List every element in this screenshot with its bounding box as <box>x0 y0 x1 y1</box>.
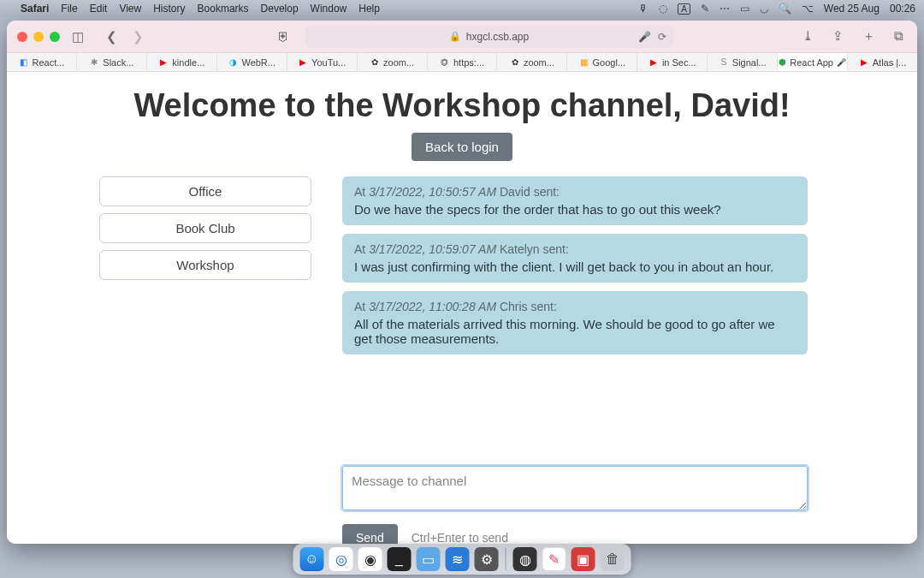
new-tab-icon[interactable]: ＋ <box>859 28 879 45</box>
privacy-shield-icon[interactable]: ⛨ <box>274 29 293 44</box>
menubar-app-name[interactable]: Safari <box>21 3 49 15</box>
tab-zoom-2[interactable]: ✿zoom... <box>497 53 567 71</box>
menu-view[interactable]: View <box>119 3 141 15</box>
meta-sender: Chris sent: <box>496 300 557 313</box>
dock-terminal-icon[interactable]: _ <box>388 547 412 571</box>
channel-office-button[interactable]: Office <box>99 176 311 206</box>
dock-finder-icon[interactable]: ☺ <box>300 547 324 571</box>
compose-area: Send Ctrl+Enter to send <box>342 466 808 544</box>
dock-obs-icon[interactable]: ◍ <box>513 547 537 571</box>
send-hint: Ctrl+Enter to send <box>412 531 508 544</box>
favicon-icon: ▶ <box>158 57 169 68</box>
tab-signal[interactable]: SSignal... <box>708 53 778 71</box>
macos-dock: ☺ ◎ ◉ _ ▭ ≋ ⚙ ◍ ✎ ▣ 🗑 <box>293 544 631 575</box>
back-to-login-button[interactable]: Back to login <box>412 133 512 161</box>
favicon-icon: ▶ <box>859 57 869 68</box>
channel-list: Office Book Club Workshop <box>99 176 311 544</box>
tab-label: Slack... <box>103 57 133 68</box>
tab-slack[interactable]: ✱Slack... <box>77 53 147 71</box>
back-icon[interactable]: ❮ <box>103 29 121 45</box>
page-title: Welcome to the Workshop channel, David! <box>7 87 917 124</box>
dock-vscode-icon[interactable]: ≋ <box>446 547 470 571</box>
menu-develop[interactable]: Develop <box>261 3 299 15</box>
tabs-overview-icon[interactable]: ⧉ <box>891 28 907 45</box>
close-window-button[interactable] <box>17 32 27 42</box>
tab-insec[interactable]: ▶in Sec... <box>637 53 708 71</box>
meta-at: At <box>354 242 369 256</box>
search-icon[interactable]: 🔍 <box>779 3 791 15</box>
channel-bookclub-button[interactable]: Book Club <box>99 213 311 243</box>
reload-icon[interactable]: ⟳ <box>658 31 666 43</box>
menubar-time[interactable]: 00:26 <box>890 3 915 15</box>
input-source-indicator[interactable]: A <box>678 3 690 15</box>
dock-chrome-icon[interactable]: ◉ <box>358 547 382 571</box>
tab-reactapp-active[interactable]: ⬢React App🎤 <box>778 53 848 71</box>
menu-bookmarks[interactable]: Bookmarks <box>198 3 249 15</box>
dock-app-icon[interactable]: ▣ <box>572 547 595 571</box>
tools-icon[interactable]: ✎ <box>701 3 709 15</box>
tab-webr[interactable]: ◑WebR... <box>217 53 287 71</box>
menu-history[interactable]: History <box>153 3 185 15</box>
tab-label: YouTu... <box>311 57 346 68</box>
meta-at: At <box>354 185 369 199</box>
window-controls <box>17 32 60 42</box>
forward-icon[interactable]: ❯ <box>129 29 147 45</box>
minimize-window-button[interactable] <box>33 32 44 42</box>
downloads-icon[interactable]: ⤓ <box>799 28 817 45</box>
dock-separator <box>506 548 506 570</box>
meta-timestamp: 3/17/2022, 10:59:07 AM <box>369 242 496 256</box>
channel-workshop-button[interactable]: Workshop <box>99 250 311 280</box>
tab-atlas[interactable]: ▶Atlas |... <box>848 53 917 71</box>
dock-safari-icon[interactable]: ◎ <box>329 547 353 571</box>
dock-settings-icon[interactable]: ⚙ <box>475 547 499 571</box>
message-meta: At 3/17/2022, 11:00:28 AM Chris sent: <box>354 300 796 313</box>
tab-strip: ◧React... ✱Slack... ▶kindle... ◑WebR... … <box>7 53 917 72</box>
sidebar-toggle-icon[interactable]: ◫ <box>68 29 87 45</box>
tab-label: Atlas |... <box>873 57 907 68</box>
menu-edit[interactable]: Edit <box>90 3 108 15</box>
favicon-icon: ✿ <box>370 57 380 68</box>
tab-youtube[interactable]: ▶YouTu... <box>287 53 358 71</box>
page-content: Welcome to the Workshop channel, David! … <box>7 72 917 544</box>
siri-mic-icon[interactable]: 🎤 <box>638 31 651 43</box>
message-meta: At 3/17/2022, 10:59:07 AM Katelyn sent: <box>354 242 796 256</box>
message-item: At 3/17/2022, 10:59:07 AM Katelyn sent: … <box>342 234 808 283</box>
share-icon[interactable]: ⇪ <box>829 28 847 45</box>
control-center-icon[interactable]: ⌥ <box>802 3 814 15</box>
tab-kindle[interactable]: ▶kindle... <box>147 53 217 71</box>
menu-help[interactable]: Help <box>358 3 380 15</box>
message-meta: At 3/17/2022, 10:50:57 AM David sent: <box>354 185 796 199</box>
fullscreen-window-button[interactable] <box>50 32 60 42</box>
menu-file[interactable]: File <box>61 3 77 15</box>
message-body: All of the materials arrived this mornin… <box>354 317 796 346</box>
spotlight-alt-icon[interactable]: ⋯ <box>720 3 730 15</box>
dock-trash-icon[interactable]: 🗑 <box>601 547 625 571</box>
macos-menubar: Safari File Edit View History Bookmarks … <box>0 0 924 17</box>
mic-icon[interactable]: 🎙 <box>638 3 649 15</box>
tab-https[interactable]: ⏣https:... <box>428 53 498 71</box>
favicon-icon: ▶ <box>649 57 659 68</box>
menubar-date[interactable]: Wed 25 Aug <box>824 3 880 15</box>
meta-at: At <box>354 300 369 313</box>
tab-zoom-1[interactable]: ✿zoom... <box>358 53 428 71</box>
meta-sender: David sent: <box>496 185 560 199</box>
url-bar[interactable]: 🔒 hxgcl.csb.app 🎤 ⟳ <box>305 26 673 48</box>
battery-icon[interactable]: ▭ <box>740 3 749 15</box>
favicon-icon: ⬢ <box>779 57 786 68</box>
dock-notes-icon[interactable]: ✎ <box>542 547 566 571</box>
dock-folder-icon[interactable]: ▭ <box>417 547 441 571</box>
message-input[interactable] <box>342 466 808 510</box>
tab-google[interactable]: ▦Googl... <box>567 53 637 71</box>
tab-label: React... <box>33 57 65 68</box>
tab-label: React App <box>790 57 833 68</box>
wifi-icon[interactable]: ◡ <box>760 3 768 15</box>
tab-label: zoom... <box>524 57 554 68</box>
favicon-icon: ▦ <box>579 57 589 68</box>
screenrecord-icon[interactable]: ◌ <box>659 3 667 15</box>
send-button[interactable]: Send <box>342 524 398 544</box>
favicon-icon: ◑ <box>228 57 238 68</box>
meta-timestamp: 3/17/2022, 11:00:28 AM <box>369 300 496 313</box>
tab-react[interactable]: ◧React... <box>7 53 77 71</box>
main-column: At 3/17/2022, 10:50:57 AM David sent: Do… <box>342 176 808 544</box>
menu-window[interactable]: Window <box>311 3 347 15</box>
